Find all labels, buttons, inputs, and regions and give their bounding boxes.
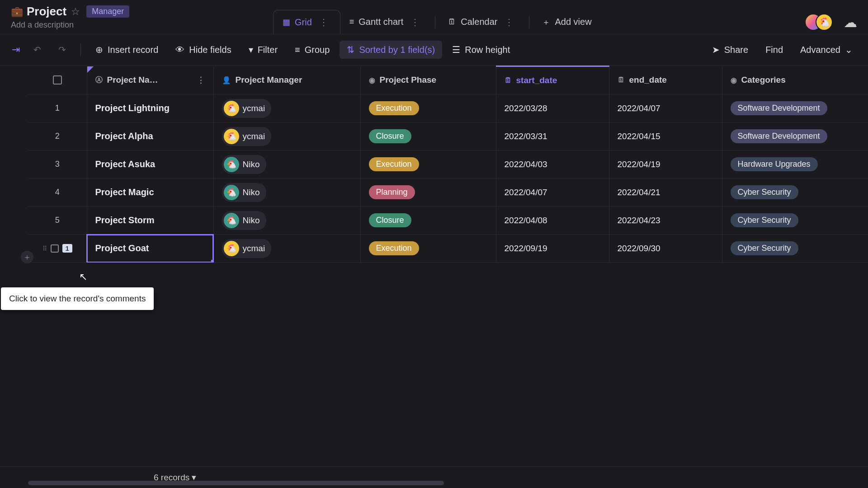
collaborator-avatars[interactable]: 🐔 (805, 14, 833, 31)
category-cell[interactable]: Cyber Security (722, 235, 868, 263)
table-row[interactable]: ⠿1Project Goat🐔ycmaiExecution2022/09/192… (28, 235, 868, 263)
hide-fields-button[interactable]: 👁 Hide fields (168, 41, 238, 59)
end-date-cell[interactable]: 2022/04/23 (609, 206, 722, 235)
plus-circle-icon: ⊕ (95, 44, 103, 55)
tab-gantt[interactable]: ≡ Gantt chart ⋮ (340, 10, 431, 34)
phase-cell[interactable]: Closure (360, 206, 496, 235)
table-row[interactable]: 1Project Lightning🐔ycmaiExecution2022/03… (28, 94, 868, 122)
table-row[interactable]: 5Project Storm🐔NikoClosure2022/04/082022… (28, 206, 868, 235)
row-number-cell[interactable]: 5 (28, 206, 87, 235)
manager-name: ycmai (243, 131, 265, 141)
phase-cell[interactable]: Planning (360, 178, 496, 206)
column-header-start-date[interactable]: 🗓start_date (496, 66, 609, 94)
tab-menu-icon[interactable]: ⋮ (408, 17, 422, 28)
manager-cell[interactable]: 🐔Niko (213, 178, 360, 206)
start-date-cell[interactable]: 2022/04/08 (496, 206, 609, 235)
phase-pill: Execution (369, 157, 419, 171)
tab-add-view[interactable]: ＋ Add view (533, 10, 600, 34)
project-name-cell[interactable]: Project Alpha (87, 122, 213, 150)
project-name-cell[interactable]: Project Asuka (87, 150, 213, 178)
row-number-cell[interactable]: 3 (28, 150, 87, 178)
column-header-categories[interactable]: ◉Categories (722, 66, 868, 94)
group-icon: ≡ (295, 45, 300, 55)
column-header-end-date[interactable]: 🗓end_date (609, 66, 722, 94)
horizontal-scrollbar[interactable] (28, 481, 444, 485)
share-button[interactable]: ➤ Share (705, 41, 755, 59)
tab-menu-icon[interactable]: ⋮ (502, 17, 516, 28)
comment-count-badge[interactable]: 1 (62, 244, 72, 253)
select-all-header[interactable] (28, 66, 87, 94)
category-cell[interactable]: Software Development (722, 122, 868, 150)
phase-pill: Execution (369, 241, 419, 255)
cloud-sync-icon[interactable]: ☁ (844, 14, 857, 30)
end-date-cell[interactable]: 2022/04/19 (609, 150, 722, 178)
start-date-cell[interactable]: 2022/03/31 (496, 122, 609, 150)
end-date-cell[interactable]: 2022/04/21 (609, 178, 722, 206)
category-cell[interactable]: Cyber Security (722, 206, 868, 235)
end-date-cell[interactable]: 2022/04/15 (609, 122, 722, 150)
group-button[interactable]: ≡ Group (288, 41, 337, 59)
manager-cell[interactable]: 🐔ycmai (213, 235, 360, 263)
manager-name: ycmai (243, 244, 265, 253)
undo-button[interactable]: ↶ (26, 41, 48, 59)
row-number-cell[interactable]: 1 (28, 94, 87, 122)
insert-record-button[interactable]: ⊕ Insert record (88, 41, 165, 59)
table-row[interactable]: 4Project Magic🐔NikoPlanning2022/04/07202… (28, 178, 868, 206)
column-header-phase[interactable]: ◉Project Phase (360, 66, 496, 94)
phase-pill: Planning (369, 185, 415, 199)
column-header-name[interactable]: ⒶProject Na…⋮ (87, 66, 213, 94)
row-height-button[interactable]: ☰ Row height (445, 41, 517, 59)
redo-button[interactable]: ↷ (51, 41, 73, 59)
project-name-cell[interactable]: Project Magic (87, 178, 213, 206)
column-label: Project Manager (236, 75, 302, 85)
column-menu-icon[interactable]: ⋮ (197, 75, 205, 85)
star-icon[interactable]: ☆ (71, 6, 80, 18)
row-number-cell[interactable]: 2 (28, 122, 87, 150)
phase-cell[interactable]: Execution (360, 94, 496, 122)
manager-cell[interactable]: 🐔ycmai (213, 122, 360, 150)
toolbar-label: Hide fields (189, 45, 231, 55)
phase-cell[interactable]: Closure (360, 122, 496, 150)
category-cell[interactable]: Cyber Security (722, 178, 868, 206)
start-date-cell[interactable]: 2022/09/19 (496, 235, 609, 263)
project-name-cell[interactable]: Project Lightning (87, 94, 213, 122)
find-button[interactable]: Find (758, 41, 790, 59)
start-date-cell[interactable]: 2022/04/03 (496, 150, 609, 178)
start-date-cell[interactable]: 2022/03/28 (496, 94, 609, 122)
manager-badge: Manager (86, 5, 129, 18)
manager-cell[interactable]: 🐔Niko (213, 150, 360, 178)
tab-grid[interactable]: ▦ Grid ⋮ (273, 10, 340, 34)
end-date-cell[interactable]: 2022/04/07 (609, 94, 722, 122)
avatar: 🐔 (224, 157, 239, 172)
drag-handle-icon[interactable]: ⠿ (42, 245, 47, 252)
start-date-cell[interactable]: 2022/04/07 (496, 178, 609, 206)
phase-cell[interactable]: Execution (360, 235, 496, 263)
category-cell[interactable]: Software Development (722, 94, 868, 122)
row-number-cell[interactable]: ⠿1 (28, 235, 87, 263)
row-checkbox[interactable] (51, 244, 59, 253)
page-title[interactable]: Project (27, 5, 66, 19)
end-date-cell[interactable]: 2022/09/30 (609, 235, 722, 263)
table-row[interactable]: 2Project Alpha🐔ycmaiClosure2022/03/31202… (28, 122, 868, 150)
sort-button[interactable]: ⇅ Sorted by 1 field(s) (340, 41, 442, 59)
column-label: end_date (629, 75, 667, 85)
calendar-icon: 🗓 (448, 17, 456, 27)
filter-button[interactable]: ▾ Filter (241, 41, 285, 59)
table-row[interactable]: 3Project Asuka🐔NikoExecution2022/04/0320… (28, 150, 868, 178)
category-pill: Hardware Upgrades (731, 157, 818, 171)
manager-cell[interactable]: 🐔Niko (213, 206, 360, 235)
phase-cell[interactable]: Execution (360, 150, 496, 178)
column-header-manager[interactable]: 👤Project Manager (213, 66, 360, 94)
grid-icon: ▦ (283, 17, 290, 27)
expand-sidebar-icon[interactable]: ⇥ (8, 42, 24, 57)
checkbox-icon[interactable] (53, 75, 62, 84)
project-name-cell[interactable]: Project Goat (87, 235, 213, 263)
project-name-cell[interactable]: Project Storm (87, 206, 213, 235)
tab-menu-icon[interactable]: ⋮ (316, 17, 331, 28)
tab-calendar[interactable]: 🗓 Calendar ⋮ (439, 10, 525, 34)
row-number-cell[interactable]: 4 (28, 178, 87, 206)
manager-cell[interactable]: 🐔ycmai (213, 94, 360, 122)
category-cell[interactable]: Hardware Upgrades (722, 150, 868, 178)
add-row-button[interactable]: ＋ (21, 251, 33, 263)
advanced-button[interactable]: Advanced ⌄ (793, 41, 860, 59)
